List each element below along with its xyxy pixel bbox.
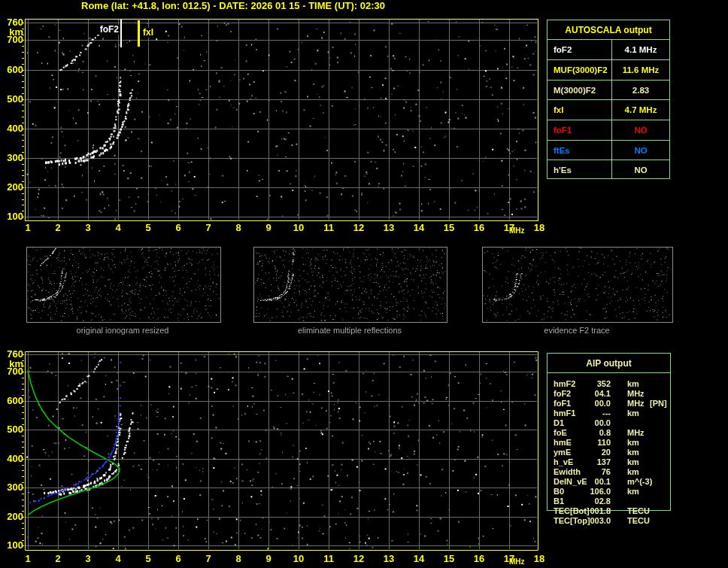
autoscala-row-fof2: foF24.1 MHz	[548, 39, 669, 59]
x-tick-label: 10	[287, 553, 310, 564]
parameter-value: 04.1	[560, 389, 611, 399]
parameter-note: [PN]	[650, 399, 667, 409]
x-axis-unit-label: MHz	[509, 226, 525, 235]
autoscala-row-muf3000f2: MUF(3000)F211.6 MHz	[548, 59, 669, 80]
parameter-value: NO	[612, 166, 669, 175]
x-tick-label: 3	[77, 222, 99, 233]
parameter-value: 137	[560, 457, 611, 467]
parameter-label: ftEs	[554, 146, 570, 155]
autoscala-table-header: AUTOSCALA output	[548, 20, 669, 40]
parameter-label: fxI	[554, 105, 563, 114]
y-tick-label: 100	[0, 540, 23, 551]
parameter-value: ---	[560, 409, 611, 418]
aip-row-yme: ymE20km	[554, 448, 726, 457]
aip-row-fof2: foF204.1MHz	[554, 389, 726, 399]
x-tick-label: 1	[17, 222, 39, 233]
x-tick-label: 3	[77, 553, 99, 564]
aip-row-tecbot: TEC[Bot]001.8TECU	[554, 506, 726, 516]
autoscala-row-fxi: fxI4.7 MHz	[548, 99, 669, 120]
x-tick-label: 9	[257, 553, 280, 564]
parameter-value: 003.0	[560, 516, 611, 526]
panel-original-ionogram	[26, 247, 221, 323]
panel-evidence-f2-trace	[482, 247, 673, 323]
parameter-unit: km	[627, 448, 639, 457]
parameter-value: NO	[612, 126, 669, 135]
aip-row-hmf2: hmF2352km	[554, 379, 726, 389]
x-tick-label: 2	[47, 553, 69, 564]
parameter-value: 00.1	[560, 477, 611, 487]
x-tick-label: 10	[287, 222, 310, 233]
parameter-value: 20	[560, 448, 611, 457]
parameter-value: 02.8	[560, 497, 611, 506]
autoscala-window: Rome (lat: +41.8, lon: 012.5) - DATE: 20…	[0, 0, 728, 568]
x-tick-label: 4	[107, 553, 129, 564]
parameter-value: 352	[560, 379, 611, 389]
parameter-unit: m^(-3)	[627, 477, 652, 487]
y-tick-label: 400	[0, 123, 23, 134]
aip-row-b1: B102.8	[554, 497, 726, 506]
autoscala-row-ftes: ftEsNO	[548, 140, 669, 159]
y-tick-label: 600	[0, 396, 23, 406]
parameter-unit: km	[627, 487, 639, 497]
fof2-marker-label: foF2	[89, 25, 120, 35]
parameter-value: 11.6 MHz	[612, 65, 669, 74]
parameter-label: M(3000)F2	[554, 86, 596, 95]
panel-caption-original: original ionogram resized	[17, 326, 228, 335]
x-tick-label: 6	[167, 553, 190, 564]
x-tick-label: 1	[17, 553, 39, 564]
aip-row-delnve: DelN_vE00.1m^(-3)	[554, 477, 726, 487]
panel-caption-evidence: evidence F2 trace	[472, 326, 682, 335]
page-title: Rome (lat: +41.8, lon: 012.5) - DATE: 20…	[26, 0, 440, 11]
parameter-value: 00.0	[560, 418, 611, 428]
aip-table-header: AIP output	[548, 354, 670, 373]
aip-row-hmf1: hmF1---km	[554, 409, 726, 418]
parameter-unit: TECU	[627, 516, 650, 526]
panel-caption-eliminate: eliminate multiple reflections	[244, 326, 455, 335]
parameter-label: h'Es	[554, 166, 572, 175]
y-tick-label: 300	[0, 153, 23, 163]
x-tick-label: 13	[378, 553, 400, 564]
x-tick-label: 14	[408, 222, 430, 233]
parameter-unit: km	[627, 409, 639, 418]
autoscala-row-fof1: foF1NO	[548, 120, 669, 140]
autoscala-row-hes: h'EsNO	[548, 159, 669, 179]
parameter-label: foF1	[554, 126, 572, 135]
aip-row-d1: D100.0	[554, 418, 726, 428]
x-tick-label: 18	[528, 222, 551, 233]
x-tick-label: 11	[317, 222, 340, 233]
x-tick-label: 5	[137, 222, 159, 233]
aip-row-tectop: TEC[Top]003.0TECU	[554, 516, 726, 526]
parameter-unit: MHz	[627, 389, 645, 399]
parameter-unit: km	[627, 467, 639, 477]
y-axis-unit-label: km	[0, 27, 23, 38]
aip-row-foe: foE0.8MHz	[554, 428, 726, 438]
parameter-value: 001.8	[560, 506, 611, 516]
x-tick-label: 4	[107, 222, 129, 233]
x-axis-unit-label: MHz	[509, 557, 525, 566]
parameter-value: 110	[560, 438, 611, 448]
x-tick-label: 9	[257, 222, 280, 233]
parameter-value: 4.7 MHz	[612, 105, 669, 114]
x-tick-label: 5	[137, 553, 159, 564]
aip-row-fof1: foF100.0MHz[PN]	[554, 399, 726, 409]
x-tick-label: 8	[227, 553, 250, 564]
x-tick-label: 7	[197, 222, 220, 233]
y-tick-label: 200	[0, 182, 23, 193]
parameter-value: 2.83	[612, 86, 669, 95]
y-tick-label: 500	[0, 424, 23, 435]
x-tick-label: 8	[227, 222, 250, 233]
y-axis-unit-label: km	[0, 359, 23, 369]
x-tick-label: 15	[438, 553, 460, 564]
x-tick-label: 13	[378, 222, 400, 233]
parameter-label: MUF(3000)F2	[554, 65, 608, 74]
x-tick-label: 2	[47, 222, 69, 233]
aip-row-b0: B0106.0km	[554, 487, 726, 497]
panel-eliminate-reflections	[253, 247, 447, 323]
parameter-value: 0.8	[560, 428, 611, 438]
fxi-marker-label: fxI	[142, 28, 154, 38]
x-tick-label: 6	[167, 222, 190, 233]
parameter-value: 4.1 MHz	[612, 45, 669, 54]
parameter-unit: km	[627, 379, 639, 389]
y-tick-label: 600	[0, 65, 23, 75]
parameter-unit: TECU	[627, 506, 650, 516]
